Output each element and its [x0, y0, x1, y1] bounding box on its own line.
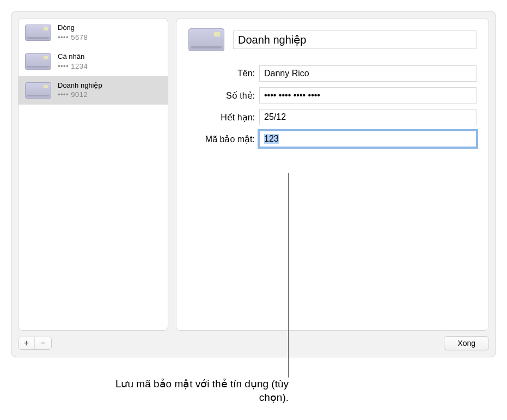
done-button[interactable]: Xong — [444, 336, 489, 350]
content-area: Dòng •••• 5678 Cá nhân •••• 1234 Doanh n… — [18, 18, 489, 331]
credit-card-icon — [188, 28, 224, 51]
expiry-row: Hết hạn: — [188, 109, 477, 125]
credit-card-settings-window: Dòng •••• 5678 Cá nhân •••• 1234 Doanh n… — [11, 11, 496, 357]
credit-card-icon — [25, 53, 51, 70]
card-detail-panel: Tên: Số thẻ: Hết hạn: Mã bảo mật: 123 — [176, 18, 489, 331]
card-name-label: Doanh nghiệp — [58, 81, 102, 90]
callout-text: Lưu mã bảo mật với thẻ tín dụng (tùy chọ… — [87, 378, 289, 404]
card-number-input[interactable] — [259, 87, 477, 104]
card-text: Dòng •••• 5678 — [58, 23, 88, 42]
expiry-input[interactable] — [259, 109, 477, 125]
card-item-dong[interactable]: Dòng •••• 5678 — [19, 19, 168, 47]
card-number-label: •••• 1234 — [58, 62, 88, 71]
security-code-input[interactable]: 123 — [259, 131, 477, 147]
add-card-button[interactable]: + — [19, 337, 35, 349]
credit-card-icon — [25, 82, 51, 99]
card-name-label: Dòng — [58, 23, 88, 33]
number-label: Số thẻ: — [188, 90, 259, 101]
card-text: Cá nhân •••• 1234 — [58, 52, 88, 71]
card-list: Dòng •••• 5678 Cá nhân •••• 1234 Doanh n… — [19, 19, 168, 330]
name-input[interactable] — [259, 65, 477, 82]
card-number-label: •••• 5678 — [58, 33, 88, 42]
number-row: Số thẻ: — [188, 87, 477, 104]
expiry-label: Hết hạn: — [188, 112, 259, 123]
detail-header — [188, 28, 477, 51]
security-label: Mã bảo mật: — [188, 134, 259, 144]
callout-line — [288, 173, 289, 378]
card-title-input[interactable] — [233, 31, 477, 49]
card-item-doanhnghiep[interactable]: Doanh nghiệp •••• 9012 — [19, 76, 168, 105]
card-name-label: Cá nhân — [58, 52, 88, 62]
card-item-canhan[interactable]: Cá nhân •••• 1234 — [19, 47, 168, 76]
remove-card-button[interactable]: − — [35, 337, 51, 349]
name-row: Tên: — [188, 65, 477, 82]
add-remove-group: + − — [18, 337, 52, 350]
credit-card-icon — [25, 25, 51, 41]
card-number-label: •••• 9012 — [58, 90, 102, 100]
card-text: Doanh nghiệp •••• 9012 — [58, 81, 102, 100]
security-row: Mã bảo mật: 123 — [188, 131, 477, 147]
bottom-bar: + − Xong — [18, 336, 489, 350]
name-label: Tên: — [188, 69, 259, 78]
card-sidebar: Dòng •••• 5678 Cá nhân •••• 1234 Doanh n… — [18, 18, 168, 331]
